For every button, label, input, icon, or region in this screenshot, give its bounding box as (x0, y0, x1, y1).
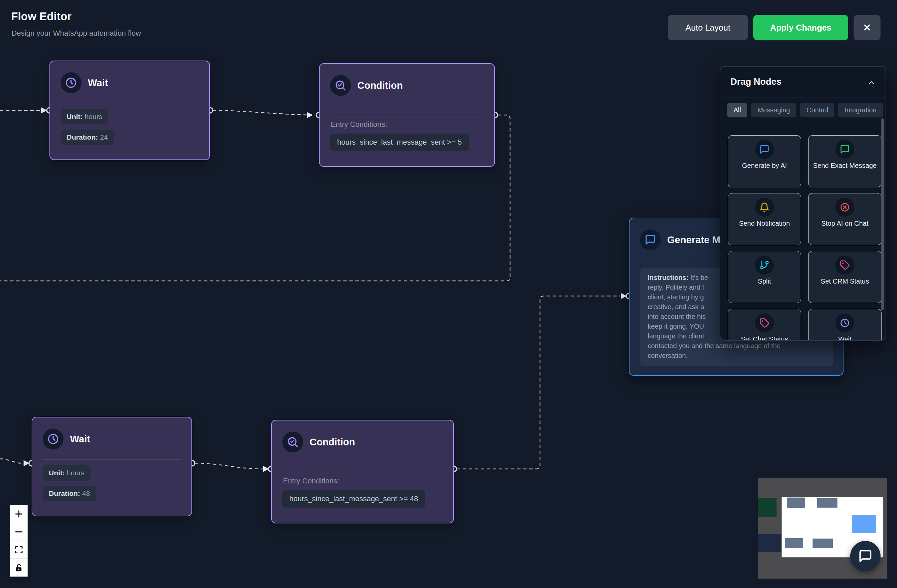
minimap-node (787, 498, 805, 508)
search-check-icon (334, 80, 347, 92)
node-title: Wait (88, 77, 108, 89)
drag-nodes-panel: Drag Nodes All Messaging Control Integra… (720, 66, 886, 341)
page-subtitle: Design your WhatsApp automation flow (11, 29, 141, 38)
wait-node-1[interactable]: Wait Unit: hours Duration: 24 (49, 61, 210, 160)
unit-badge: Unit: hours (43, 465, 90, 481)
divider (60, 103, 200, 103)
unlock-icon (14, 564, 23, 572)
condition-node-1[interactable]: Condition Entry Conditions: hours_since_… (319, 63, 495, 167)
node-title: Condition (357, 80, 403, 91)
condition-expression: hours_since_last_message_sent >= 48 (282, 490, 425, 508)
message-square-icon (858, 549, 873, 563)
tab-control[interactable]: Control (800, 103, 834, 117)
tag-icon (840, 260, 850, 270)
edge-wait2-condition2 (195, 463, 263, 469)
palette-card-wait[interactable]: Wait (808, 309, 882, 341)
node-title: Condition (309, 436, 355, 448)
panel-scrollbar[interactable] (881, 118, 884, 310)
auto-layout-button[interactable]: Auto Layout (668, 15, 748, 40)
entry-conditions-label: Entry Conditions: (283, 477, 340, 485)
palette-card-generate-by-ai[interactable]: Generate by AI (728, 135, 801, 187)
palette-card-send-notification[interactable]: Send Notification (728, 193, 801, 245)
palette-card-stop-ai-on-chat[interactable]: Stop AI on Chat (808, 193, 882, 245)
palette-card-send-exact-message[interactable]: Send Exact Message (808, 135, 882, 187)
category-tabs: All Messaging Control Integration (727, 103, 885, 118)
arrowhead-icon (307, 112, 313, 118)
lock-toggle-button[interactable] (10, 559, 28, 577)
maximize-icon (14, 545, 23, 554)
minimap-node (852, 515, 876, 533)
search-check-icon (287, 436, 299, 448)
circle-x-icon (840, 202, 850, 212)
clock-icon (47, 433, 59, 445)
minimap-node (813, 539, 833, 548)
message-square-icon (759, 144, 770, 155)
tag-icon (759, 318, 770, 328)
edge-incoming-wait2 (0, 459, 22, 463)
clock-icon (840, 318, 850, 328)
minimap-node (817, 498, 837, 508)
edge-condition2-generate (456, 296, 620, 469)
palette-card-set-crm-status[interactable]: Set CRM Status (808, 251, 882, 303)
tab-all[interactable]: All (727, 103, 747, 117)
zoom-in-button[interactable] (10, 505, 28, 523)
edge-wait1-condition1 (213, 110, 312, 115)
tab-messaging[interactable]: Messaging (751, 103, 796, 117)
minimap-node (785, 538, 803, 548)
palette-card-set-chat-status[interactable]: Set Chat Status (728, 309, 801, 341)
wait-node-2[interactable]: Wait Unit: hours Duration: 48 (32, 417, 192, 516)
minimap-node (758, 534, 781, 552)
palette-card-split[interactable]: Split (728, 251, 801, 303)
page-title: Flow Editor (11, 10, 72, 23)
node-title: Wait (70, 433, 90, 445)
message-square-icon (840, 144, 850, 155)
divider (42, 459, 182, 459)
tab-integration[interactable]: Integration (838, 103, 883, 117)
bell-icon (759, 202, 770, 212)
apply-changes-button[interactable]: Apply Changes (753, 15, 848, 40)
condition-expression: hours_since_last_message_sent >= 5 (330, 133, 469, 151)
zoom-out-button[interactable] (10, 523, 28, 541)
chat-fab-button[interactable] (850, 541, 880, 571)
panel-title: Drag Nodes (730, 77, 782, 87)
unit-badge: Unit: hours (61, 109, 108, 124)
clock-icon (65, 77, 77, 89)
minus-icon (14, 527, 23, 536)
minimap-node (758, 498, 776, 517)
chevron-up-icon[interactable] (867, 78, 876, 89)
canvas-controls (10, 505, 28, 577)
duration-badge: Duration: 48 (43, 486, 96, 501)
divider (720, 98, 886, 98)
condition-node-2[interactable]: Condition Entry Conditions: hours_since_… (271, 420, 454, 524)
fit-view-button[interactable] (10, 541, 28, 559)
plus-icon (14, 509, 23, 519)
message-square-icon (644, 234, 656, 245)
close-button[interactable]: ✕ (854, 15, 880, 40)
entry-conditions-label: Entry Conditions: (331, 120, 387, 129)
duration-badge: Duration: 24 (61, 130, 114, 145)
git-branch-icon (759, 260, 770, 270)
